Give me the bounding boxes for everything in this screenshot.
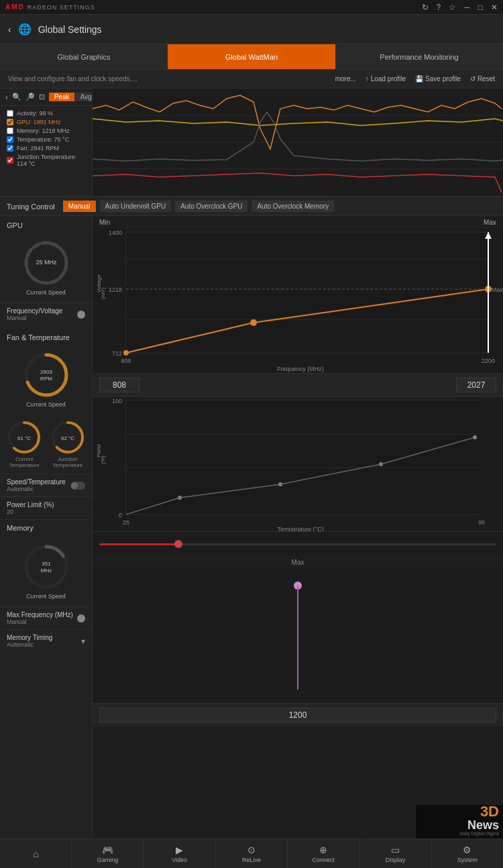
svg-text:RPM: RPM [40,376,52,382]
app-header: ‹ 🌐 Global Settings [0,15,503,44]
svg-text:Max: Max [492,286,503,293]
legend-label-gpu: GPU: 1991 MHz [17,119,61,125]
legend-label-fan: Fan: 2941 RPM [17,145,59,152]
gpu-max-label: Max [484,219,496,226]
speed-temp-toggle[interactable] [70,482,85,490]
freq-max-value[interactable]: 2027 [456,378,496,392]
maximize-icon[interactable]: □ [478,3,483,12]
video-icon: ▶ [176,845,183,855]
svg-text:PWM: PWM [96,444,102,457]
gpu-min-max-row: Min Max [93,216,503,229]
video-label: Video [172,857,187,863]
junction-temp-gauge: 62 °C JunctionTemperature [50,420,85,468]
freq-values-row: 808 2027 [93,373,503,397]
display-icon: ▭ [391,845,400,855]
nav-system[interactable]: ⚙ System [432,839,503,868]
bottom-nav: ⌂ 🎮 Gaming ▶ Video ⊙ ReLive ⊕ Connect ▭ … [0,838,503,868]
nav-display[interactable]: ▭ Display [359,839,431,868]
main-scroll-area: GPU 25 MHz Current Speed Frequency/Volta… [0,216,503,868]
legend-checkbox-fan[interactable] [7,145,13,152]
chart-legend: Activity: 99 % GPU: 1991 MHz Memory: 121… [0,106,92,173]
tab-global-graphics[interactable]: Global Graphics [0,44,168,69]
speed-temp-sublabel: Automatic [7,486,66,492]
connect-icon: ⊕ [319,845,327,855]
relive-icon: ⊙ [247,845,256,855]
chart-nav: ‹ 🔍 🔎 ⊡ Peak Avg [0,89,92,106]
max-freq-value-box[interactable]: 1200 [99,708,496,722]
toolbar: View and configure fan and clock speeds.… [0,70,503,89]
power-slider-track[interactable] [99,537,496,551]
chart-section: ‹ 🔍 🔎 ⊡ Peak Avg Activity: 99 % GPU: 199… [0,89,503,197]
nav-connect[interactable]: ⊕ Connect [288,839,359,868]
tuning-overclock-btn[interactable]: Auto Overclock GPU [175,201,247,212]
legend-checkbox-junction[interactable] [7,157,13,164]
more-button[interactable]: more... [335,75,356,83]
back-button[interactable]: ‹ [8,24,11,35]
nav-gaming[interactable]: 🎮 Gaming [72,839,144,868]
home-icon: ⌂ [33,849,38,859]
legend-checkbox-memory[interactable] [7,127,13,134]
memory-timing-dropdown[interactable]: ▾ [81,637,85,646]
peak-button[interactable]: Peak [49,93,75,101]
tuning-control-bar: Tuning Control Manual Auto Undervolt GPU… [0,197,503,216]
question-icon[interactable]: ? [437,3,441,12]
max-freq-section: Max Frequency (MHz) Manual [0,606,92,629]
chart-reset-btn[interactable]: ⊡ [39,93,45,101]
minimize-icon[interactable]: ─ [464,3,470,12]
max-freq-value-row: 1200 [93,703,503,726]
power-limit-section: Power Limit (%) 20 [0,496,92,519]
gpu-gauge: 25 MHz [22,239,70,287]
legend-item-temperature: Temperature: 75 °C [7,136,85,143]
star-icon[interactable]: ☆ [449,3,456,12]
power-slider-thumb[interactable] [174,540,182,548]
legend-checkbox-gpu[interactable] [7,119,13,125]
nav-home[interactable]: ⌂ [0,839,72,868]
chart-zoom-out-btn[interactable]: 🔎 [25,93,35,101]
gaming-icon: 🎮 [102,845,113,855]
connect-label: Connect [313,857,335,863]
svg-text:1218: 1218 [109,286,122,293]
svg-text:MHz: MHz [40,567,51,574]
legend-checkbox-activity[interactable] [7,110,13,117]
speed-temp-section: Speed/Temperature Automatic [0,474,92,496]
gpu-gauge-container: 25 MHz Current Speed [0,232,92,303]
gpu-min-label: Min [99,219,110,226]
legend-checkbox-temperature[interactable] [7,136,13,143]
tuning-manual-btn[interactable]: Manual [63,201,96,212]
save-profile-button[interactable]: 💾 Save profile [415,75,461,83]
tab-performance-monitoring[interactable]: Performance Monitoring [335,44,503,69]
tuning-undervolt-btn[interactable]: Auto Undervolt GPU [100,201,172,212]
freq-voltage-label: Frequency/Voltage [7,307,62,315]
gpu-chart-area: 1400 1218 712 808 2200 Voltage (mV) Freq… [93,229,503,373]
memory-timing-label: Memory Timing [7,634,52,641]
tuning-memory-btn[interactable]: Auto Overclock Memory [252,201,334,212]
svg-text:Frequency (MHz): Frequency (MHz) [277,366,324,372]
max-freq-toggle[interactable] [77,614,85,622]
svg-rect-20 [126,232,488,353]
close-icon[interactable]: ✕ [491,3,498,12]
reset-button[interactable]: ↺ Reset [470,75,495,83]
freq-voltage-sublabel: Manual [7,315,62,321]
power-limit-label: Power Limit (%) [7,501,85,508]
nav-video[interactable]: ▶ Video [144,839,216,868]
load-profile-button[interactable]: ↑ Load profile [366,75,406,83]
nav-relive[interactable]: ⊙ ReLive [216,839,288,868]
max-freq-label: Max Frequency (MHz) [7,611,73,618]
freq-voltage-toggle[interactable] [77,311,85,319]
globe-icon: 🌐 [18,23,32,36]
refresh-icon[interactable]: ↻ [422,3,429,12]
chart-zoom-in-btn[interactable]: 🔍 [12,93,21,101]
chart-back-btn[interactable]: ‹ [5,93,8,101]
svg-text:25: 25 [123,519,129,526]
watermark: 3D News Daily Digital Digest [416,805,503,838]
freq-min-value[interactable]: 808 [99,378,139,392]
tab-global-wattman[interactable]: Global WattMan [168,44,335,69]
fan-temp-section-label: Fan & Temperature [0,328,92,344]
svg-text:62 °C: 62 °C [61,435,74,441]
watermark-sub: Daily Digital Digest [459,831,499,836]
system-label: System [457,857,478,863]
gpu-speed-label: Current Speed [26,289,66,296]
current-temp-label: CurrentTemperature [9,456,40,468]
chart-left-panel: ‹ 🔍 🔎 ⊡ Peak Avg Activity: 99 % GPU: 199… [0,89,93,196]
junction-temp-label: JunctionTemperature [52,456,82,468]
